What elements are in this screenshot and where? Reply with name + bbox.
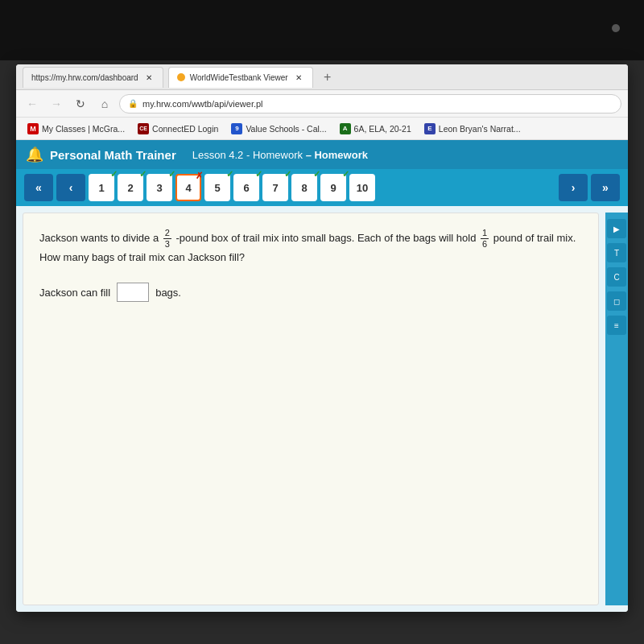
- tab-wwtb[interactable]: WorldWideTestbank Viewer ✕: [168, 67, 313, 88]
- q-6-checkmark: ✓: [255, 169, 262, 180]
- nav-forward-single[interactable]: ›: [559, 174, 588, 201]
- q-number-2-label: 2: [127, 182, 133, 194]
- q-4-xmark: ✗: [196, 171, 203, 181]
- bookmark-c-icon: CE: [138, 123, 149, 134]
- forward-button[interactable]: →: [47, 94, 66, 114]
- answer-suffix: bags.: [155, 287, 181, 299]
- bookmark-connected-label: ConnectED Login: [152, 124, 218, 134]
- bookmark-f-icon: E: [424, 123, 436, 134]
- title-bar: https://my.hrw.com/dashboard ✕ WorldWide…: [16, 64, 628, 90]
- refresh-button[interactable]: ↻: [71, 94, 90, 114]
- q-number-6-label: 6: [243, 182, 249, 194]
- monitor-top: [0, 0, 644, 60]
- nav-back-double[interactable]: «: [24, 174, 53, 201]
- back-button[interactable]: ←: [23, 94, 42, 114]
- fraction2: 1 6: [479, 232, 493, 244]
- q-1-checkmark: ✓: [110, 169, 118, 180]
- nav-back-single[interactable]: ‹: [56, 174, 85, 201]
- side-btn-2[interactable]: T: [607, 243, 626, 262]
- answer-prefix: Jackson can fill: [39, 287, 110, 299]
- bookmarks-bar: M My Classes | McGra... CE ConnectED Log…: [16, 118, 628, 140]
- q-number-8-label: 8: [301, 182, 307, 194]
- bookmark-m-icon: M: [27, 123, 39, 134]
- q-number-2[interactable]: 2 ✓: [118, 174, 143, 201]
- q-number-10-label: 10: [357, 182, 368, 194]
- q-number-9-label: 9: [330, 182, 336, 194]
- bookmark-connected[interactable]: CE ConnectED Login: [133, 122, 223, 136]
- bookmark-ela[interactable]: A 6A, ELA, 20-21: [335, 122, 416, 136]
- bookmark-d-icon: 9: [231, 123, 242, 134]
- q-number-1-label: 1: [98, 182, 104, 194]
- side-panel: ▶ T C ◻ ≡: [605, 213, 628, 605]
- bookmark-valueschools-label: Value Schools - Cal...: [246, 124, 326, 134]
- fraction1: 2 3: [162, 232, 176, 244]
- bookmark-leon[interactable]: E Leon Bryan's Narrat...: [419, 122, 526, 136]
- bookmark-valueschools[interactable]: 9 Value Schools - Cal...: [226, 122, 331, 136]
- q-number-5-label: 5: [214, 182, 220, 194]
- tab-wwtb-close[interactable]: ✕: [293, 72, 304, 83]
- q-9-checkmark: ✓: [342, 169, 349, 180]
- question-nav: « ‹ 1 ✓ 2 ✓ 3 ✓ 4 ✗ 5 ✓ 6: [16, 169, 628, 206]
- q-number-5[interactable]: 5 ✓: [204, 174, 230, 201]
- address-text: my.hrw.com/wwtb/api/viewer.pl: [142, 99, 263, 109]
- bookmark-leon-label: Leon Bryan's Narrat...: [439, 124, 521, 134]
- q-number-9[interactable]: 9 ✓: [320, 174, 346, 201]
- q-number-7[interactable]: 7 ✓: [262, 174, 288, 201]
- browser-window: https://my.hrw.com/dashboard ✕ WorldWide…: [16, 64, 628, 612]
- side-btn-1[interactable]: ▶: [607, 219, 626, 238]
- bookmark-myclasses[interactable]: M My Classes | McGra...: [23, 122, 130, 136]
- home-button[interactable]: ⌂: [95, 94, 114, 114]
- tab-wwtb-label: WorldWideTestbank Viewer: [190, 73, 288, 82]
- q-number-6[interactable]: 6 ✓: [233, 174, 259, 201]
- q-number-7-label: 7: [272, 182, 278, 194]
- address-bar[interactable]: 🔒 my.hrw.com/wwtb/api/viewer.pl: [119, 94, 621, 114]
- app-title: Personal Math Trainer: [50, 148, 176, 162]
- answer-input[interactable]: [117, 283, 149, 302]
- q-number-1[interactable]: 1 ✓: [89, 174, 114, 201]
- lock-icon: 🔒: [128, 99, 138, 108]
- q-3-checkmark: ✓: [168, 169, 175, 180]
- q-number-8[interactable]: 8 ✓: [291, 174, 317, 201]
- q-number-3[interactable]: 3 ✓: [147, 174, 172, 201]
- tab-hrw[interactable]: https://my.hrw.com/dashboard ✕: [23, 67, 163, 88]
- monitor-dot: [612, 24, 620, 32]
- bookmark-e-icon: A: [340, 123, 351, 134]
- lesson-text: Lesson 4.2 - Homework: [192, 149, 303, 161]
- question-text: Jackson wants to divide a 2 3 -pound box…: [39, 228, 582, 266]
- nav-forward-double[interactable]: »: [591, 174, 620, 201]
- fraction2-denominator: 6: [481, 239, 489, 250]
- question-area: Jackson wants to divide a 2 3 -pound box…: [23, 213, 599, 605]
- q-number-10[interactable]: 10: [349, 174, 375, 201]
- q-text-middle: -pound box of trail mix into small bags.…: [176, 232, 477, 244]
- tab-wwtb-dot: [177, 73, 185, 81]
- side-btn-3[interactable]: C: [607, 267, 626, 287]
- q-number-4[interactable]: 4 ✗: [175, 174, 201, 201]
- q-8-checkmark: ✓: [313, 169, 320, 180]
- tab-new[interactable]: +: [318, 68, 337, 87]
- tab-hrw-close[interactable]: ✕: [143, 72, 155, 83]
- answer-row: Jackson can fill bags.: [39, 283, 582, 302]
- fraction2-numerator: 1: [481, 228, 489, 239]
- tab-hrw-label: https://my.hrw.com/dashboard: [31, 73, 138, 82]
- q-7-checkmark: ✓: [284, 169, 291, 180]
- q-text-before: Jackson wants to divide a: [39, 232, 159, 244]
- bookmark-myclasses-label: My Classes | McGra...: [42, 124, 125, 134]
- fraction1-denominator: 3: [163, 239, 171, 250]
- app-logo-icon: 🔔: [26, 146, 43, 163]
- nav-bar: ← → ↻ ⌂ 🔒 my.hrw.com/wwtb/api/viewer.pl: [16, 90, 628, 118]
- monitor: https://my.hrw.com/dashboard ✕ WorldWide…: [0, 0, 644, 644]
- bookmark-ela-label: 6A, ELA, 20-21: [354, 124, 411, 134]
- app-lesson: Lesson 4.2 - Homework – Homework: [192, 149, 368, 161]
- q-5-checkmark: ✓: [226, 169, 233, 180]
- lesson-suffix: – Homework: [306, 149, 368, 161]
- q-number-3-label: 3: [156, 182, 162, 194]
- q-2-checkmark: ✓: [139, 169, 147, 180]
- side-btn-4[interactable]: ◻: [607, 291, 626, 311]
- q-number-4-label: 4: [185, 182, 191, 194]
- app-header: 🔔 Personal Math Trainer Lesson 4.2 - Hom…: [16, 140, 628, 169]
- main-content: Jackson wants to divide a 2 3 -pound box…: [16, 206, 628, 612]
- fraction1-numerator: 2: [163, 228, 171, 239]
- side-btn-5[interactable]: ≡: [607, 316, 626, 335]
